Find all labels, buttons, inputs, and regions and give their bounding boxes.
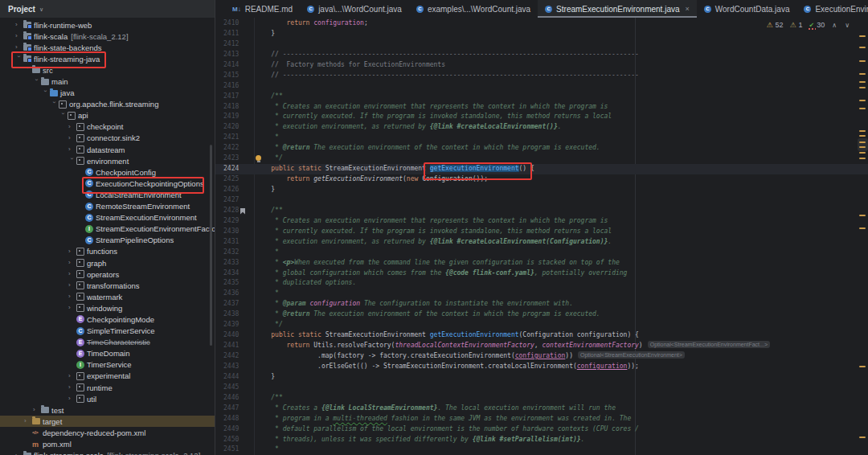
tree-item-java[interactable]: ›java <box>0 88 215 99</box>
chevron-down-icon[interactable]: › <box>42 90 48 98</box>
tab-streamexecutionenvironment-java[interactable]: CStreamExecutionEnvironment.java× <box>538 0 697 18</box>
chevron-right-icon[interactable]: › <box>68 135 76 141</box>
tree-item-pom-xml[interactable]: mpom.xml <box>0 438 215 449</box>
tab-examples-wordcount-java[interactable]: Cexamples\...\WordCount.java <box>409 0 538 18</box>
code-token <box>256 103 275 110</box>
chevron-right-icon[interactable]: › <box>68 293 76 300</box>
warning-stripe-mark <box>859 158 866 159</box>
close-icon[interactable]: × <box>686 5 690 13</box>
chevron-right-icon[interactable]: › <box>15 33 23 39</box>
tab-executionenvironment-java[interactable]: CExecutionEnvironment.java <box>796 0 868 18</box>
class-icon: C <box>85 203 95 211</box>
tree-item-timedomain[interactable]: ETimeDomain <box>0 348 215 359</box>
warnings-count[interactable]: ⚠ 52 <box>766 21 783 29</box>
next-problem-button[interactable]: ∨ <box>844 22 850 29</box>
chevron-down-icon[interactable]: › <box>51 101 57 109</box>
chevron-down-icon[interactable]: › <box>24 67 31 75</box>
code-token: // -------------------------------------… <box>271 72 639 79</box>
code-line-2450: 2450 * threads), unless it was specified… <box>215 435 868 445</box>
code-token: The execution environment of the context… <box>309 144 600 151</box>
tree-item-api[interactable]: ›api <box>0 110 215 121</box>
chevron-down-icon[interactable]: › <box>15 55 22 64</box>
chevron-right-icon[interactable]: › <box>15 44 23 51</box>
chevron-right-icon[interactable]: › <box>68 305 76 311</box>
tree-item-checkpointingmode[interactable]: ECheckpointingMode <box>0 314 215 325</box>
weak-warnings-count[interactable]: ⚠ 1 <box>789 21 802 29</box>
tree-item-label: StreamPipelineOptions <box>96 236 174 244</box>
tab-wordcountdata-java[interactable]: CWordCountData.java <box>697 0 797 18</box>
code-line-2431: 2431 * execution environment, as returne… <box>215 237 868 248</box>
tree-item-streamexecutionenvironment[interactable]: CStreamExecutionEnvironment <box>0 212 215 223</box>
prev-problem-button[interactable]: ∧ <box>831 22 837 29</box>
tree-item-watermark[interactable]: ›watermark <box>0 291 215 302</box>
chevron-right-icon[interactable]: › <box>24 418 32 424</box>
tree-item-transformations[interactable]: ›transformations <box>0 280 215 291</box>
tree-item-timecharacteristic[interactable]: ETimeCharacteristic <box>0 337 215 348</box>
tree-item-environment[interactable]: ›environment <box>0 155 215 166</box>
tree-item-operators[interactable]: ›operators <box>0 268 215 280</box>
tree-item-org-apache-flink-streaming[interactable]: ›org.apache.flink.streaming <box>0 99 215 110</box>
tree-scrollbar-thumb[interactable] <box>210 145 212 346</box>
tree-item-remotestreamenvironment[interactable]: CRemoteStreamEnvironment <box>0 201 215 212</box>
tree-item-target[interactable]: ›target <box>0 416 215 427</box>
chevron-right-icon[interactable]: › <box>68 260 76 266</box>
code-text: // -------------------------------------… <box>256 50 639 60</box>
tree-item-streamexecutionenvironmentfactory[interactable]: IStreamExecutionEnvironmentFactory <box>0 223 215 235</box>
tree-item-checkpoint[interactable]: ›checkpoint <box>0 121 215 133</box>
chevron-right-icon[interactable]: › <box>68 373 76 379</box>
warning-stripe-mark <box>859 215 866 216</box>
line-number: 2420 <box>215 122 256 133</box>
tab-readme-md[interactable]: M↓README.md <box>225 0 300 18</box>
tree-item-localstreamenvironment[interactable]: CLocalStreamEnvironment <box>0 189 215 200</box>
tree-item-flink-scala[interactable]: ›flink-scala[flink-scala_2.12] <box>0 31 215 42</box>
tree-item-dependency-reduced-pom-xml[interactable]: </>dependency-reduced-pom.xml <box>0 427 215 438</box>
tree-item-checkpointconfig[interactable]: CCheckpointConfig <box>0 166 215 178</box>
tree-item-main[interactable]: ›main <box>0 76 215 87</box>
code-token: } <box>256 30 275 37</box>
chevron-down-icon[interactable]: › <box>59 113 66 121</box>
tree-item-flink-state-backends[interactable]: ›flink-state-backends <box>0 42 215 53</box>
code-text: // Factory methods for ExecutionEnvironm… <box>256 60 445 71</box>
tree-item-flink-streaming-java[interactable]: ›flink-streaming-java <box>0 53 215 64</box>
tree-item-graph[interactable]: ›graph <box>0 257 215 268</box>
tree-item-test[interactable]: ›test <box>0 404 215 416</box>
tree-item-functions[interactable]: ›functions <box>0 246 215 257</box>
tree-item-experimental[interactable]: ›experimental <box>0 371 215 382</box>
tree-item-flink-streaming-scala[interactable]: ›flink-streaming-scala[flink-streaming-s… <box>0 450 215 455</box>
line-number: 2422 <box>215 143 256 154</box>
chevron-right-icon[interactable]: › <box>68 146 76 153</box>
tree-item-connector-sink2[interactable]: ›connector.sink2 <box>0 133 215 144</box>
tree-item-datastream[interactable]: ›datastream <box>0 144 215 155</box>
tree-item-windowing[interactable]: ›windowing <box>0 302 215 314</box>
code-line-2440: 2440 public static StreamExecutionEnviro… <box>215 330 868 341</box>
chevron-down-icon[interactable]: › <box>33 79 39 87</box>
code-text: * Creates an execution environment that … <box>256 102 608 113</box>
chevron-right-icon[interactable]: › <box>33 407 41 413</box>
package-icon <box>76 293 86 301</box>
editor-scrollbar-thumb[interactable] <box>858 138 868 151</box>
tree-item-src[interactable]: ›src <box>0 64 215 76</box>
chevron-right-icon[interactable]: › <box>68 384 76 391</box>
weak-warnings-value: 1 <box>799 21 803 29</box>
chevron-right-icon[interactable]: › <box>68 248 76 255</box>
tree-item-simpletimerservice[interactable]: CSimpleTimerService <box>0 326 215 337</box>
code-token <box>256 363 317 370</box>
chevron-down-icon[interactable]: › <box>68 158 75 166</box>
tree-item-util[interactable]: ›util <box>0 393 215 404</box>
chevron-right-icon[interactable]: › <box>15 453 23 455</box>
tree-item-flink-runtime-web[interactable]: ›flink-runtime-web <box>0 19 215 31</box>
tree-item-streampipelineoptions[interactable]: CStreamPipelineOptions <box>0 235 215 246</box>
chevron-right-icon[interactable]: › <box>68 124 76 130</box>
code-editor[interactable]: 2410 return configuration;2411 }24122413… <box>215 18 868 455</box>
chevron-right-icon[interactable]: › <box>68 282 76 289</box>
tab-java-wordcount-java[interactable]: Cjava\...\WordCount.java <box>300 0 409 18</box>
typos-count[interactable]: ✔ 30 <box>809 21 825 29</box>
tree-item-qualifier: [flink-scala_2.12] <box>71 32 128 41</box>
tree-item-executioncheckpointingoptions[interactable]: CExecutionCheckpointingOptions <box>0 178 215 189</box>
chevron-right-icon[interactable]: › <box>68 396 76 402</box>
tree-item-timerservice[interactable]: ITimerService <box>0 359 215 371</box>
chevron-right-icon[interactable]: › <box>68 271 76 277</box>
tree-item-runtime[interactable]: ›runtime <box>0 382 215 393</box>
chevron-down-icon[interactable]: ∨ <box>39 6 43 13</box>
chevron-right-icon[interactable]: › <box>15 22 23 28</box>
